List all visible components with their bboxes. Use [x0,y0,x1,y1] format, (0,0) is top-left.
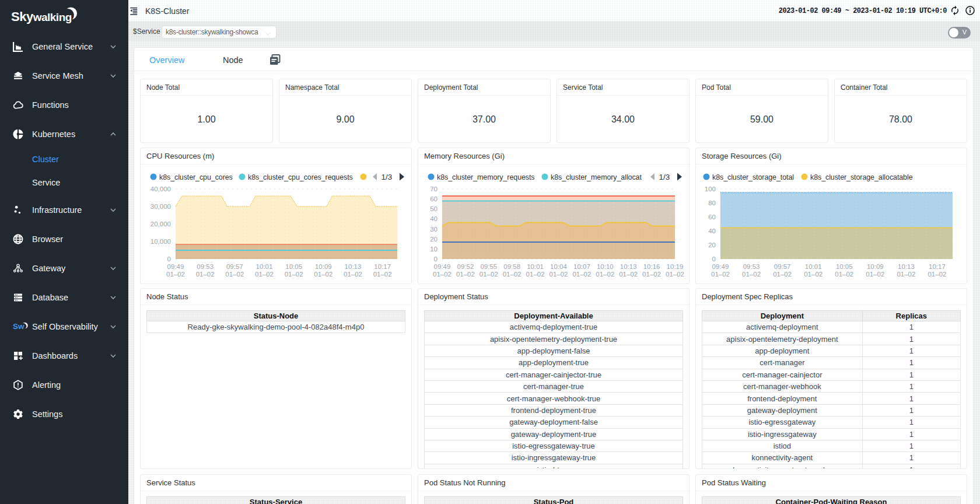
svg-text:01–02: 01–02 [255,271,274,278]
svg-text:k8s_cluster_memory_allocat: k8s_cluster_memory_allocat [551,173,642,181]
svg-text:09:57: 09:57 [226,263,243,270]
svg-text:10:13: 10:13 [345,263,362,270]
svg-text:09:52: 09:52 [457,263,474,270]
svg-text:k8s_cluster_storage_allocatabl: k8s_cluster_storage_allocatable [810,173,913,181]
svg-text:30: 30 [430,226,438,233]
svg-text:01–02: 01–02 [596,271,614,278]
svg-text:01–02: 01–02 [166,271,185,278]
svg-text:10:10: 10:10 [597,263,614,270]
svg-text:01–02: 01–02 [480,271,498,278]
svg-text:10: 10 [430,246,438,253]
svg-text:01–02: 01–02 [619,271,638,278]
svg-text:01–02: 01–02 [572,271,591,278]
svg-text:09:57: 09:57 [774,263,791,270]
svg-text:10:17: 10:17 [929,263,946,270]
svg-text:01–02: 01–02 [314,271,332,278]
svg-text:20: 20 [430,236,438,243]
svg-text:01–02: 01–02 [196,271,215,278]
svg-text:01–02: 01–02 [642,271,661,278]
svg-text:10:07: 10:07 [573,263,590,270]
svg-text:01–02: 01–02 [866,271,884,278]
svg-text:k8s_cluster_cpu_cores: k8s_cluster_cpu_cores [159,173,233,181]
svg-text:k8s_cluster_cpu_cores_requests: k8s_cluster_cpu_cores_requests [248,173,353,181]
svg-text:09:49: 09:49 [434,263,451,270]
svg-text:70: 70 [430,186,438,192]
svg-text:09:58: 09:58 [503,263,520,270]
svg-text:50: 50 [430,205,438,212]
svg-text:0: 0 [712,256,716,262]
svg-text:40: 40 [708,228,716,235]
svg-text:10:09: 10:09 [315,263,332,270]
svg-text:0: 0 [167,256,171,262]
svg-text:80: 80 [708,200,716,206]
svg-text:10:13: 10:13 [620,263,637,270]
svg-text:01–02: 01–02 [804,271,822,278]
svg-text:20,000: 20,000 [150,220,171,228]
svg-text:01–02: 01–02 [666,271,684,278]
svg-text:01–02: 01–02 [550,271,568,278]
svg-text:01–02: 01–02 [742,271,761,278]
svg-text:09:55: 09:55 [480,263,497,270]
svg-text:01–02: 01–02 [503,271,522,278]
svg-text:01–02: 01–02 [456,271,475,278]
svg-text:09:49: 09:49 [167,263,184,270]
svg-text:1/3: 1/3 [659,173,670,181]
svg-text:09:53: 09:53 [743,263,760,270]
svg-text:10:19: 10:19 [667,263,684,270]
svg-text:01–02: 01–02 [897,271,915,278]
svg-text:10:01: 10:01 [805,263,822,270]
svg-text:10:04: 10:04 [550,263,567,270]
svg-text:20: 20 [708,242,716,249]
svg-text:10:09: 10:09 [867,263,884,270]
svg-text:30,000: 30,000 [150,203,171,210]
svg-text:10:17: 10:17 [374,263,391,270]
svg-text:09:53: 09:53 [197,263,214,270]
svg-text:01–02: 01–02 [373,271,392,278]
svg-text:0: 0 [434,256,438,262]
svg-text:01–02: 01–02 [835,271,853,278]
svg-text:10:05: 10:05 [285,263,302,270]
svg-text:01–02: 01–02 [433,271,452,278]
svg-text:100: 100 [705,186,716,192]
svg-text:60: 60 [708,214,716,220]
svg-text:10:01: 10:01 [256,263,273,270]
svg-text:10,000: 10,000 [150,238,171,245]
svg-text:01–02: 01–02 [285,271,303,278]
svg-text:01–02: 01–02 [526,271,545,278]
svg-text:k8s_cluster_memory_requests: k8s_cluster_memory_requests [437,173,535,181]
svg-text:10:13: 10:13 [898,263,915,270]
svg-text:1/3: 1/3 [382,173,393,181]
svg-text:k8s_cluster_storage_total: k8s_cluster_storage_total [712,173,794,181]
svg-text:60: 60 [430,195,438,202]
svg-text:40,000: 40,000 [150,186,171,192]
svg-text:40: 40 [430,215,438,222]
svg-text:01–02: 01–02 [773,271,792,278]
svg-text:01–02: 01–02 [711,271,730,278]
svg-text:10:01: 10:01 [527,263,544,270]
svg-text:09:49: 09:49 [712,263,729,270]
svg-text:01–02: 01–02 [928,271,946,278]
svg-text:01–02: 01–02 [225,271,244,278]
svg-text:10:16: 10:16 [643,263,660,270]
svg-text:01–02: 01–02 [344,271,362,278]
svg-text:10:05: 10:05 [836,263,853,270]
